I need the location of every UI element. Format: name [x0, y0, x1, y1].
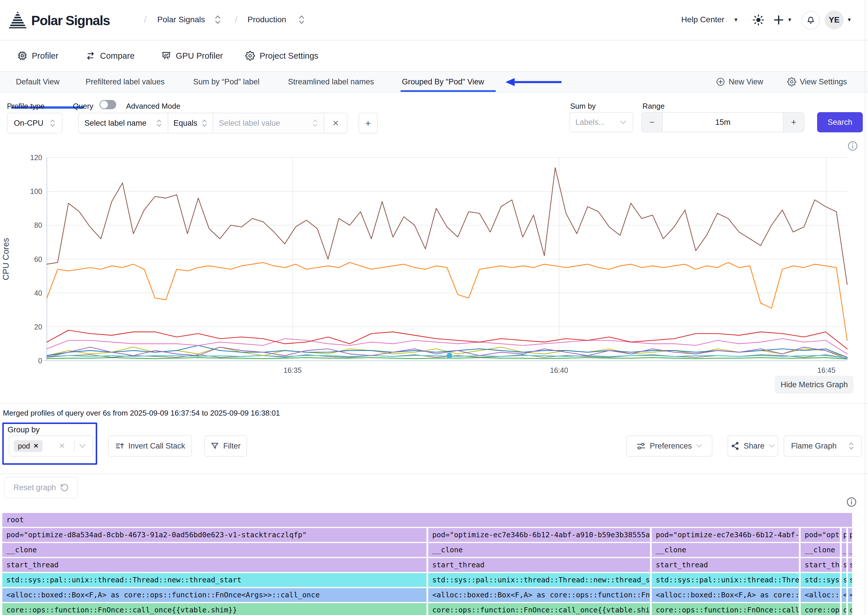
flame-frame-col3-d6[interactable]: core::ops::function::FnOnce::call_once{{… — [801, 603, 840, 615]
metrics-line-chart[interactable]: 02040608010012016:3516:4016:45CPU CoresT… — [0, 154, 850, 385]
flame-frame-col1-d3[interactable]: start_thread — [428, 558, 650, 572]
create-new-caret-icon[interactable]: ▾ — [788, 16, 791, 23]
flame-frame-col2-d6[interactable]: core::ops::function::FnOnce::call_once{{… — [652, 603, 799, 615]
advanced-mode-toggle[interactable] — [100, 100, 116, 109]
flame-frame-col0-d4[interactable]: std::sys::pal::unix::thread::Thread::new… — [2, 573, 427, 587]
help-center-menu[interactable]: Help Center — [681, 15, 724, 24]
flame-frame-col0-d1[interactable]: pod="optimize-d8a534ad-8cbb-4673-91a2-0a… — [2, 528, 427, 542]
flamegraph-info-icon[interactable] — [846, 496, 857, 507]
avatar[interactable]: YE — [825, 10, 844, 30]
breadcrumb-project[interactable]: Production — [247, 15, 286, 24]
sum-by-select[interactable]: Labels... — [569, 112, 633, 133]
active-view-indicator — [400, 90, 496, 92]
add-matcher-button[interactable]: + — [358, 113, 378, 134]
flame-frame-col2-d4[interactable]: std::sys::pal::unix::thread::Thread::new… — [652, 573, 799, 587]
view-sum-by-pod[interactable]: Sum by “Pod” label — [193, 72, 260, 92]
invert-call-stack-button[interactable]: Invert Call Stack — [108, 435, 192, 457]
sum-by-label: Sum by — [570, 102, 596, 111]
remove-matcher-button[interactable]: ✕ — [324, 113, 347, 133]
search-button[interactable]: Search — [817, 112, 863, 133]
chevron-down-icon[interactable] — [79, 443, 86, 448]
visualization-type-select[interactable]: Flame Graph — [784, 435, 862, 457]
group-by-label: Group by — [8, 425, 40, 434]
group-by-chip-pod[interactable]: pod ✕ — [14, 440, 42, 452]
flame-frame-col5-d1[interactable]: p — [848, 528, 852, 542]
avatar-caret-icon[interactable]: ▾ — [848, 16, 851, 23]
flame-frame-col2-d1[interactable]: pod="optimize-ec7e346b-6b12-4abf-a — [652, 528, 799, 542]
flame-frame-col2-d3[interactable]: start_thread — [652, 558, 799, 572]
cpu-chip-icon — [17, 51, 27, 61]
matcher-operator-select[interactable]: Equals — [168, 113, 213, 133]
label-value-select[interactable]: Select label value — [213, 113, 324, 133]
svg-text:120: 120 — [30, 154, 42, 162]
flame-frame-col1-d5[interactable]: <alloc::boxed::Box<F,A> as core::ops::fu… — [428, 588, 650, 602]
flame-frame-col4-d4[interactable]: std::sys::pal::unix::thread::Thread::new… — [842, 573, 846, 587]
flame-frame-col4-d1[interactable]: p — [842, 528, 846, 542]
scrollbar-track[interactable] — [865, 0, 865, 615]
flame-graph[interactable]: rootpod="optimize-d8a534ad-8cbb-4673-91a… — [2, 513, 853, 615]
flame-frame-col1-d6[interactable]: core::ops::function::FnOnce::call_once{{… — [428, 603, 650, 615]
clear-all-icon[interactable]: ✕ — [59, 441, 65, 451]
theme-sun-icon[interactable] — [752, 14, 765, 26]
help-center-caret-icon: ▾ — [734, 16, 738, 23]
flame-frame-col0-d5[interactable]: <alloc::boxed::Box<F,A> as core::ops::fu… — [2, 588, 427, 602]
profile-type-select[interactable]: On-CPU — [7, 113, 63, 134]
visualization-value: Flame Graph — [791, 442, 837, 451]
breadcrumb-org[interactable]: Polar Signals — [157, 15, 205, 24]
polar-signals-logo-icon[interactable] — [8, 11, 27, 29]
label-name-select[interactable]: Select label name — [79, 113, 168, 133]
brand-wordmark[interactable]: Polar Signals — [31, 13, 110, 28]
view-default[interactable]: Default View — [16, 72, 59, 92]
flame-frame-col2-d5[interactable]: <alloc::boxed::Box<F,A> as core::ops::fu… — [652, 588, 799, 602]
flame-frame-col5-d6[interactable]: core::ops::function::FnOnce::call_once{{… — [848, 603, 852, 615]
sum-by-placeholder: Labels... — [576, 118, 605, 127]
chip-remove-icon[interactable]: ✕ — [34, 442, 39, 450]
flame-frame-col0-d3[interactable]: start_thread — [2, 558, 427, 572]
hide-metrics-graph-button[interactable]: Hide Metrics Graph — [775, 376, 854, 393]
flame-frame-col3-d3[interactable]: start_thread — [801, 558, 840, 572]
tab-project-settings[interactable]: Project Settings — [245, 41, 318, 71]
tab-compare[interactable]: Compare — [86, 41, 135, 71]
flame-frame-col3-d5[interactable]: <alloc::boxed::Box<F,A> as core::ops::fu… — [801, 588, 840, 602]
flame-frame-col3-d4[interactable]: std::sys::pal::unix::thread::Thread::new… — [801, 573, 840, 587]
flame-frame-col4-d5[interactable]: <alloc::boxed::Box<F,A> as core::ops::fu… — [842, 588, 846, 602]
view-grouped-by-pod[interactable]: Grouped By "Pod" View — [402, 72, 484, 92]
reset-graph-button[interactable]: Reset graph — [4, 477, 78, 498]
flame-frame-col1-d2[interactable]: __clone — [428, 543, 650, 557]
tab-gpu-profiler[interactable]: GPU Profiler — [161, 41, 223, 71]
flame-frame-col3-d1[interactable]: pod="opt — [801, 528, 840, 542]
flame-frame-col0-d2[interactable]: __clone — [2, 543, 427, 557]
metrics-info-icon[interactable] — [847, 140, 858, 151]
svg-text:80: 80 — [34, 221, 42, 229]
flame-frame-root[interactable]: root — [2, 513, 852, 527]
org-selector-chevrons-icon[interactable] — [214, 14, 222, 25]
flame-frame-col5-d5[interactable]: <alloc::boxed::Box<F,A> as core::ops::fu… — [848, 588, 852, 602]
flame-frame-col1-d1[interactable]: pod="optimize-ec7e346b-6b12-4abf-a910-b5… — [428, 528, 650, 542]
flame-frame-col1-d4[interactable]: std::sys::pal::unix::thread::Thread::new… — [428, 573, 650, 587]
view-settings-button[interactable]: View Settings — [787, 72, 847, 92]
filter-button[interactable]: Filter — [204, 435, 247, 457]
project-selector-chevrons-icon[interactable] — [298, 14, 305, 25]
flame-frame-col5-d2[interactable]: __clone — [848, 543, 852, 557]
create-new-plus-icon[interactable] — [773, 14, 785, 26]
view-prefiltered[interactable]: Prefiltered label values — [86, 72, 164, 92]
range-value-input[interactable]: 15m — [663, 113, 783, 132]
new-view-button[interactable]: New View — [716, 72, 763, 92]
flame-frame-col5-d3[interactable]: start_thread — [848, 558, 852, 572]
group-by-select[interactable]: pod ✕ ✕ — [9, 435, 93, 457]
notifications-bell-button[interactable] — [801, 11, 820, 30]
flame-frame-col0-d6[interactable]: core::ops::function::FnOnce::call_once{{… — [2, 603, 427, 615]
range-decrease-button[interactable]: − — [642, 113, 663, 132]
preferences-button[interactable]: Preferences — [626, 435, 712, 457]
flame-frame-col4-d2[interactable]: __clone — [842, 543, 846, 557]
app-root: Polar Signals / Polar Signals / Producti… — [0, 0, 868, 615]
flame-frame-col5-d4[interactable]: std::sys::pal::unix::thread::Thread::new… — [848, 573, 852, 587]
flame-frame-col4-d3[interactable]: start_thread — [842, 558, 846, 572]
flame-frame-col3-d2[interactable]: __clone — [801, 543, 840, 557]
view-streamlined[interactable]: Streamlined label names — [288, 72, 374, 92]
tab-profiler[interactable]: Profiler — [17, 41, 58, 71]
range-increase-button[interactable]: + — [783, 113, 804, 132]
share-button[interactable]: Share — [727, 435, 778, 457]
flame-frame-col2-d2[interactable]: __clone — [652, 543, 799, 557]
flame-frame-col4-d6[interactable]: core::ops::function::FnOnce::call_once{{… — [842, 603, 846, 615]
